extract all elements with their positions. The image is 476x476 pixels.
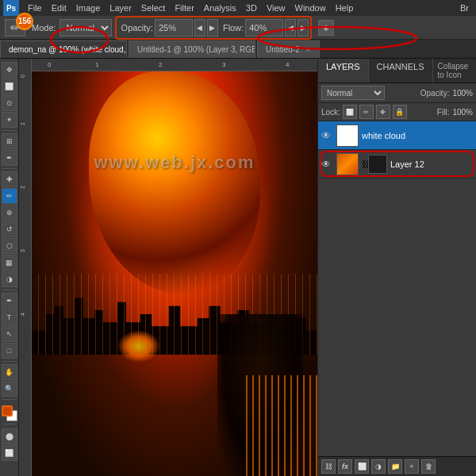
flow-arrow-right[interactable]: ▶ bbox=[298, 19, 309, 36]
dodge-tool[interactable]: ◑ bbox=[2, 271, 17, 287]
layers-list: 👁 white cloud 👁 ⛓ Layer 12 bbox=[318, 121, 476, 456]
move-tool[interactable]: ✥ bbox=[2, 62, 17, 78]
opacity-value[interactable]: 25% bbox=[155, 19, 193, 36]
main-area: ✥ ⬜ ⊙ ✴ ⊞ ✒ ✚ ✏ ⊕ ↺ ⬡ ▦ ◑ ✒ T ↖ □ ✋ 🔍 ⬤ … bbox=[0, 59, 476, 476]
shape-tool[interactable]: □ bbox=[2, 343, 17, 359]
path-select[interactable]: ↖ bbox=[2, 326, 17, 342]
menu-help[interactable]: Help bbox=[332, 2, 358, 14]
ground-fire bbox=[117, 330, 160, 363]
folder-btn[interactable]: 📁 bbox=[388, 459, 402, 474]
lock-label: Lock: bbox=[321, 108, 340, 117]
mode-select[interactable]: Normal bbox=[60, 19, 112, 36]
tool-sep-6 bbox=[2, 424, 17, 424]
document-tabs: demon_na @ 100% (white cloud, RGB/8) * ✕… bbox=[0, 40, 476, 59]
menu-analysis[interactable]: Analysis bbox=[200, 2, 240, 14]
tab-demon[interactable]: demon_na @ 100% (white cloud, RGB/8) * ✕ bbox=[0, 40, 127, 58]
layer-12[interactable]: 👁 ⛓ Layer 12 bbox=[318, 150, 476, 178]
color-swatches[interactable] bbox=[2, 405, 17, 421]
add-mask-btn[interactable]: ⬜ bbox=[355, 459, 369, 474]
tab-demon-label: demon_na @ 100% (white cloud, RGB/8) * bbox=[9, 45, 127, 54]
menu-3d[interactable]: 3D bbox=[242, 2, 261, 14]
layer-link-icon: ⛓ bbox=[362, 159, 368, 169]
layer-12-visibility[interactable]: 👁 bbox=[321, 159, 334, 170]
fx-btn[interactable]: fx bbox=[338, 459, 352, 474]
lock-position-btn[interactable]: ✥ bbox=[376, 105, 390, 119]
layer-white-cloud[interactable]: 👁 white cloud bbox=[318, 121, 476, 150]
flow-value[interactable]: 40% bbox=[245, 19, 283, 36]
magic-wand-tool[interactable]: ✴ bbox=[2, 112, 17, 128]
panel-tabs: LAYERS CHANNELS Collapse to Icon bbox=[318, 59, 476, 83]
tab-untitled2[interactable]: Untitled-2 ✕ bbox=[257, 40, 320, 58]
lock-transparent-btn[interactable]: ⬜ bbox=[343, 105, 357, 119]
tab-untitled1[interactable]: Untitled-1 @ 100% (Layer 3, RGB/8) * ✕ bbox=[129, 40, 255, 58]
menu-layer[interactable]: Layer bbox=[106, 2, 136, 14]
menu-view[interactable]: View bbox=[263, 2, 290, 14]
tool-sep-4 bbox=[2, 361, 17, 362]
tab-untitled2-close[interactable]: ✕ bbox=[305, 45, 311, 54]
tab-untitled1-label: Untitled-1 @ 100% (Layer 3, RGB/8) * bbox=[137, 45, 255, 54]
layer-white-cloud-thumb bbox=[336, 125, 359, 147]
adjustment-btn[interactable]: ◑ bbox=[371, 459, 386, 474]
clone-tool[interactable]: ⊕ bbox=[2, 205, 17, 221]
opacity-flow-group: Opacity: 25% ◀ ▶ Flow: 40% ◀ ▶ bbox=[115, 16, 313, 40]
opacity-arrow-right[interactable]: ▶ bbox=[207, 19, 218, 36]
bottom-lights bbox=[246, 375, 317, 477]
mask-mode[interactable]: ⬤ bbox=[2, 428, 17, 444]
history-brush[interactable]: ↺ bbox=[2, 221, 17, 237]
hand-tool[interactable]: ✋ bbox=[2, 364, 17, 380]
brush-tool-left[interactable]: ✏ bbox=[2, 188, 17, 204]
pen-tool[interactable]: ✒ bbox=[2, 293, 17, 309]
eraser-tool[interactable]: ⬡ bbox=[2, 238, 17, 254]
gradient-tool[interactable]: ▦ bbox=[2, 255, 17, 271]
blend-opacity-row: Normal Opacity: 100% bbox=[318, 83, 476, 103]
layer-white-cloud-name: white cloud bbox=[362, 131, 473, 140]
fill-value[interactable]: 100% bbox=[452, 108, 473, 117]
link-layers-btn[interactable]: ⛓ bbox=[321, 459, 336, 474]
left-toolbar: ✥ ⬜ ⊙ ✴ ⊞ ✒ ✚ ✏ ⊕ ↺ ⬡ ▦ ◑ ✒ T ↖ □ ✋ 🔍 ⬤ … bbox=[0, 59, 19, 476]
new-layer-btn[interactable]: + bbox=[405, 459, 419, 474]
tab-layers[interactable]: LAYERS bbox=[318, 59, 369, 83]
tool-sep-1 bbox=[2, 130, 17, 131]
delete-layer-btn[interactable]: 🗑 bbox=[421, 459, 436, 474]
heal-tool[interactable]: ✚ bbox=[2, 171, 17, 187]
zoom-tool[interactable]: 🔍 bbox=[2, 381, 17, 397]
menu-image[interactable]: Image bbox=[72, 2, 105, 14]
brush-tool[interactable]: ✏ 156 bbox=[5, 19, 25, 36]
airbrush-btn[interactable]: ◈ bbox=[318, 20, 334, 36]
fill-label: Fill: bbox=[437, 108, 450, 117]
menu-bar: Ps File Edit Image Layer Select Filter A… bbox=[0, 0, 476, 16]
blend-mode-select[interactable]: Normal bbox=[321, 86, 385, 100]
brush-size-indicator: 156 bbox=[16, 13, 33, 30]
flow-arrow-left[interactable]: ◀ bbox=[285, 19, 296, 36]
crop-tool[interactable]: ⊞ bbox=[2, 133, 17, 149]
ruler-left: 0 1 2 3 4 bbox=[19, 59, 32, 476]
tool-sep-3 bbox=[2, 290, 17, 290]
layer-bottom-toolbar: ⛓ fx ⬜ ◑ 📁 + 🗑 bbox=[318, 456, 476, 476]
menu-edit[interactable]: Edit bbox=[48, 2, 71, 14]
bridge-btn[interactable]: Br bbox=[456, 2, 473, 14]
canvas-image[interactable]: www.web.jx.com bbox=[32, 71, 317, 476]
screen-mode[interactable]: ⬜ bbox=[2, 445, 17, 461]
opacity-panel-value[interactable]: 100% bbox=[452, 89, 473, 98]
collapse-to-icon-btn[interactable]: Collapse to Icon bbox=[433, 59, 477, 83]
menu-window[interactable]: Window bbox=[291, 2, 330, 14]
lasso-tool[interactable]: ⊙ bbox=[2, 95, 17, 111]
opacity-label: Opacity: bbox=[121, 23, 153, 33]
marquee-tool[interactable]: ⬜ bbox=[2, 79, 17, 94]
canvas-area: 0 1 2 3 4 0 1 2 3 4 www.web.j bbox=[19, 59, 317, 476]
foreground-color[interactable] bbox=[2, 405, 13, 416]
menu-filter[interactable]: Filter bbox=[171, 2, 198, 14]
layer-white-cloud-visibility[interactable]: 👁 bbox=[321, 130, 334, 141]
opacity-panel-label: Opacity: bbox=[420, 89, 450, 98]
lock-image-btn[interactable]: ✏ bbox=[359, 105, 374, 119]
menu-select[interactable]: Select bbox=[137, 2, 170, 14]
tab-channels[interactable]: CHANNELS bbox=[369, 59, 433, 83]
type-tool[interactable]: T bbox=[2, 309, 17, 325]
options-toolbar: ✏ 156 Mode: Normal Opacity: 25% ◀ ▶ Flow… bbox=[0, 16, 476, 40]
eyedropper-tool[interactable]: ✒ bbox=[2, 150, 17, 166]
opacity-arrow-left[interactable]: ◀ bbox=[194, 19, 205, 36]
canvas-content[interactable]: www.web.jx.com bbox=[32, 71, 317, 476]
fill-row: Fill: 100% bbox=[434, 108, 473, 117]
thumb-orange bbox=[337, 154, 358, 175]
lock-all-btn[interactable]: 🔒 bbox=[393, 105, 407, 119]
